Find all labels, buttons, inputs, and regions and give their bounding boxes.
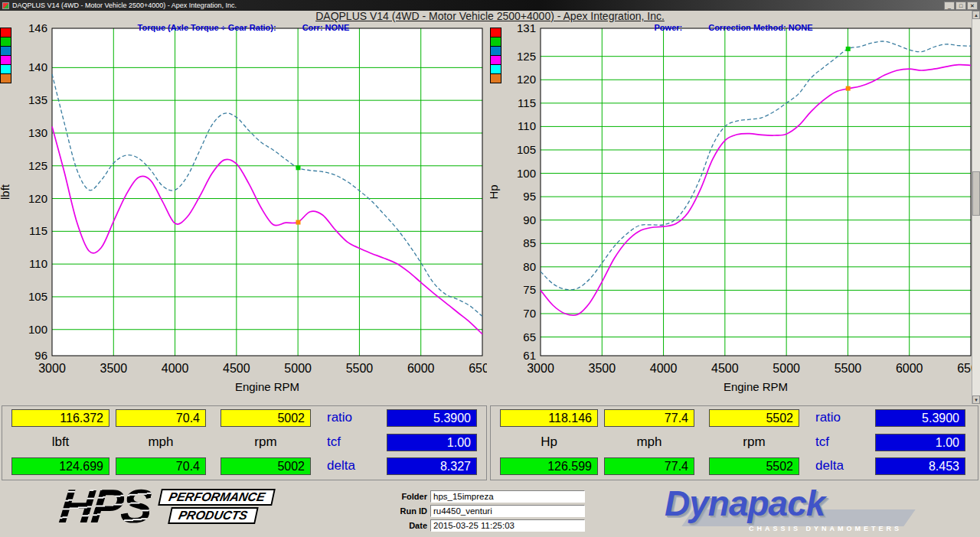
svg-text:80: 80 (523, 260, 536, 273)
svg-text:110: 110 (29, 257, 47, 270)
svg-text:115: 115 (29, 224, 47, 237)
svg-text:105: 105 (517, 143, 536, 156)
scroll-down-icon[interactable]: ▼ (972, 395, 980, 404)
svg-text:120: 120 (28, 192, 47, 205)
legend-swatch[interactable] (490, 73, 501, 83)
hps-logo-text: HPS (57, 485, 152, 528)
svg-text:96: 96 (34, 349, 47, 362)
svg-text:70: 70 (523, 307, 536, 320)
tcf-value: 1.00 (875, 434, 965, 451)
rpm-live-value: 5002 (220, 409, 311, 427)
app-icon (2, 2, 9, 9)
svg-text:5500: 5500 (346, 362, 374, 375)
svg-text:Engine RPM: Engine RPM (235, 380, 299, 393)
svg-text:115: 115 (518, 96, 536, 109)
close-button[interactable]: ✕ (967, 2, 978, 10)
power-readout-panel: 118.146 77.4 5502 Hp mph rpm 126.599 77.… (490, 405, 978, 480)
svg-text:lbft: lbft (0, 184, 11, 200)
speed-live-value: 70.4 (116, 409, 206, 427)
maximize-button[interactable]: □ (956, 2, 966, 10)
svg-text:85: 85 (523, 236, 536, 249)
torque-unit-label: lbft (11, 434, 109, 451)
svg-text:6000: 6000 (896, 362, 923, 375)
svg-text:3500: 3500 (100, 362, 127, 375)
footer: HPS PERFORMANCE PRODUCTS Folder hps_15im… (0, 483, 980, 537)
delta-label: delta (327, 457, 381, 475)
delta-label: delta (815, 457, 869, 475)
svg-text:3500: 3500 (588, 362, 616, 375)
ratio-label: ratio (815, 409, 869, 427)
svg-text:Engine RPM: Engine RPM (724, 380, 788, 393)
speed-live-value: 77.4 (604, 409, 694, 427)
window-titlebar: DAQPLUS V14 (4WD - Motor Vehicle 2500+40… (0, 0, 980, 11)
svg-text:4500: 4500 (711, 362, 739, 375)
speed-ref-value: 77.4 (604, 457, 694, 475)
rpm-live-value: 5502 (709, 409, 799, 427)
minimize-button[interactable]: _ (944, 2, 955, 10)
power-chart[interactable]: Power:Correction Method: NONE 3000350040… (490, 21, 977, 401)
svg-text:5500: 5500 (835, 362, 862, 375)
ratio-label: ratio (327, 409, 381, 427)
legend-swatch[interactable] (0, 73, 11, 83)
ratio-value: 5.3900 (387, 409, 477, 427)
torque-live-value: 116.372 (11, 409, 109, 427)
folder-field[interactable]: hps_15impreza (430, 490, 585, 503)
date-field[interactable]: 2015-03-25 11:25:03 (430, 519, 585, 532)
dynapack-logo: Dynapack CHASSIS DYNAMOMETERS (665, 487, 917, 534)
svg-text:3000: 3000 (38, 362, 66, 375)
window-title: DAQPLUS V14 (4WD - Motor Vehicle 2500+40… (12, 2, 237, 9)
run-id-field[interactable]: ru4450_venturi (430, 505, 585, 517)
svg-text:131: 131 (517, 21, 536, 34)
hps-logo: HPS PERFORMANCE PRODUCTS (60, 485, 273, 528)
scrollbar-thumb[interactable] (972, 171, 980, 216)
tcf-value: 1.00 (387, 434, 477, 451)
page-title: DAQPLUS V14 (4WD - Motor Vehicle 2500+40… (0, 10, 980, 22)
ratio-value: 5.3900 (875, 409, 965, 427)
svg-text:130: 130 (28, 126, 47, 139)
folder-label: Folder (387, 490, 427, 503)
speed-ref-value: 70.4 (116, 457, 206, 475)
svg-text:105: 105 (28, 290, 47, 303)
speed-unit-label: mph (604, 434, 694, 451)
svg-text:95: 95 (523, 190, 536, 203)
hps-logo-line1: PERFORMANCE (158, 489, 276, 506)
svg-text:125: 125 (28, 159, 47, 172)
svg-text:4500: 4500 (223, 362, 250, 375)
hps-logo-line2: PRODUCTS (168, 507, 258, 524)
rpm-ref-value: 5002 (220, 457, 311, 475)
svg-text:61: 61 (523, 349, 536, 362)
tcf-label: tcf (327, 434, 381, 451)
svg-text:135: 135 (28, 93, 47, 106)
svg-text:146: 146 (28, 21, 47, 34)
power-ref-value: 126.599 (500, 457, 598, 475)
dynapack-logo-subtext: CHASSIS DYNAMOMETERS (749, 525, 902, 532)
torque-legend (0, 28, 11, 83)
scroll-up-icon[interactable]: ▲ (972, 11, 980, 19)
power-live-value: 118.146 (500, 409, 598, 427)
torque-ref-value: 124.699 (11, 457, 109, 475)
power-unit-label: Hp (500, 434, 598, 451)
rpm-ref-value: 5502 (709, 457, 799, 475)
svg-text:75: 75 (523, 283, 536, 296)
tcf-label: tcf (815, 434, 869, 451)
svg-text:6500: 6500 (469, 362, 487, 375)
daqplus-window: DAQPLUS V14 (4WD - Motor Vehicle 2500+40… (0, 0, 980, 537)
svg-text:100: 100 (28, 323, 47, 336)
svg-text:90: 90 (523, 213, 536, 226)
speed-unit-label: mph (116, 434, 206, 451)
date-label: Date (387, 519, 427, 532)
svg-text:100: 100 (517, 167, 536, 180)
torque-readout-panel: 116.372 70.4 5002 lbft mph rpm 124.699 7… (2, 405, 487, 480)
delta-value: 8.453 (875, 457, 965, 475)
svg-text:110: 110 (518, 119, 536, 132)
torque-chart[interactable]: Torque (Axle Torque ÷ Gear Ratio):Corr: … (0, 21, 487, 401)
delta-value: 8.327 (387, 457, 477, 475)
rpm-unit-label: rpm (220, 434, 311, 451)
svg-text:5000: 5000 (773, 362, 800, 375)
svg-text:65: 65 (523, 330, 536, 343)
svg-text:120: 120 (517, 73, 536, 86)
svg-text:5000: 5000 (284, 362, 312, 375)
svg-text:Hp: Hp (490, 184, 500, 199)
rpm-unit-label: rpm (709, 434, 799, 451)
vertical-scrollbar[interactable]: ▲ ▼ (972, 11, 980, 404)
